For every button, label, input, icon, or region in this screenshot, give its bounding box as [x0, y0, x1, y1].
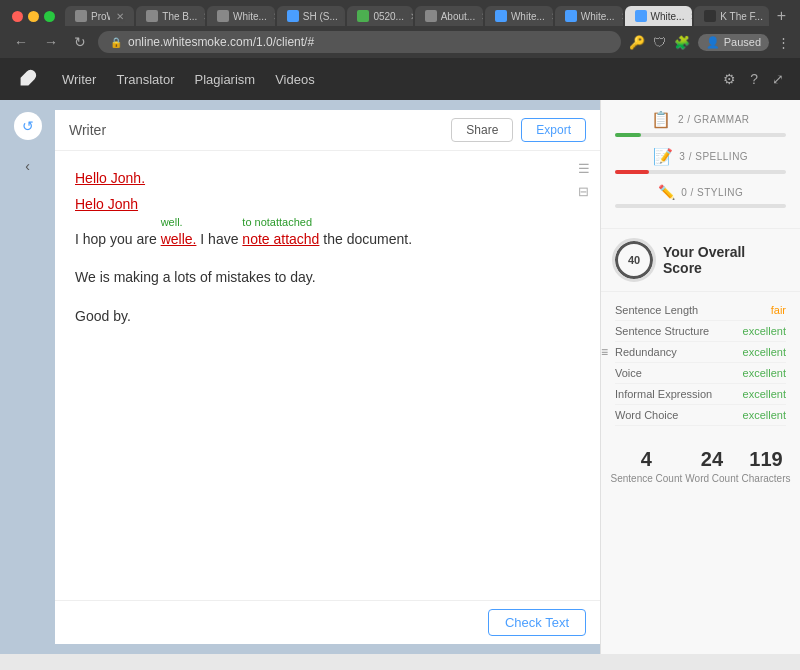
grammar-icon: 📋 — [651, 110, 672, 129]
error-word-hello: Hello Jonh. — [75, 170, 145, 186]
score-circle: 40 — [615, 241, 653, 279]
stat-label-sentences: Sentence Count — [611, 473, 683, 484]
tab-0520[interactable]: 0520... ✕ — [347, 6, 412, 26]
stat-characters: 119 Characters — [742, 448, 791, 484]
spelling-label: 📝 3 / SPELLING — [615, 147, 786, 166]
metric-label-redundancy: Redundancy — [615, 346, 677, 358]
editor-actions: Share Export — [451, 118, 586, 142]
spelling-icon: 📝 — [653, 147, 674, 166]
traffic-lights — [8, 11, 63, 22]
extension-icon[interactable]: 🧩 — [674, 35, 690, 50]
stat-value-words: 24 — [685, 448, 738, 471]
refresh-button[interactable]: ↻ — [70, 32, 90, 52]
browser-chrome: ProWr... ✕ The B... ✕ White... ✕ SH (S..… — [0, 0, 800, 58]
text-line-1: Hello Jonh. — [75, 167, 580, 189]
stat-value-sentences: 4 — [611, 448, 683, 471]
tab-white-active[interactable]: White... ✕ — [625, 6, 693, 26]
nav-plagiarism[interactable]: Plagiarism — [194, 72, 255, 87]
correction-to-not-attached: to notattached — [242, 214, 312, 232]
editor-icon-1[interactable]: ☰ — [578, 161, 590, 176]
styling-label: ✏️ 0 / STYLING — [615, 184, 786, 200]
export-button[interactable]: Export — [521, 118, 586, 142]
minimize-button[interactable] — [28, 11, 39, 22]
text-goodbye: Good by. — [75, 308, 131, 324]
nav-translator[interactable]: Translator — [116, 72, 174, 87]
stat-label-chars: Characters — [742, 473, 791, 484]
editor-body[interactable]: Hello Jonh. Helo Jonh I hop you are well… — [55, 151, 600, 600]
tab-prowr[interactable]: ProWr... ✕ — [65, 6, 134, 26]
tab-about[interactable]: About... ✕ — [415, 6, 483, 26]
redundancy-sidebar-icon[interactable]: ≡ — [601, 345, 608, 359]
shield-icon[interactable]: 🛡 — [653, 35, 666, 50]
correction-well: well. — [161, 214, 183, 232]
expand-icon[interactable]: ⤢ — [772, 71, 784, 87]
paused-button[interactable]: 👤 Paused — [698, 34, 769, 51]
metric-word-choice: Word Choice excellent — [615, 405, 786, 426]
editor-footer: Check Text — [55, 600, 600, 644]
metric-label-voice: Voice — [615, 367, 642, 379]
grammar-label: 📋 2 / GRAMMAR — [615, 110, 786, 129]
new-tab-button[interactable]: + — [771, 7, 792, 25]
address-bar-row: ← → ↻ 🔒 online.whitesmoke.com/1.0/client… — [0, 26, 800, 58]
editor-icon-2[interactable]: ⊟ — [578, 184, 590, 199]
metric-value-informal-expression: excellent — [743, 388, 786, 400]
paused-label: Paused — [724, 36, 761, 48]
header-right: ⚙ ? ⤢ — [723, 71, 784, 87]
error-note-attachd: note attachd — [242, 231, 319, 247]
editor-title: Writer — [69, 122, 106, 138]
help-icon[interactable]: ? — [750, 71, 758, 87]
menu-icon[interactable]: ⋮ — [777, 35, 790, 50]
stats-section: 4 Sentence Count 24 Word Count 119 Chara… — [601, 434, 800, 492]
metric-label-informal-expression: Informal Expression — [615, 388, 712, 400]
grammar-bar-container — [615, 133, 786, 137]
metrics-section: Sentence Length fair Sentence Structure … — [601, 292, 800, 434]
tab-white3[interactable]: White... ✕ — [555, 6, 623, 26]
tab-white2[interactable]: White... ✕ — [485, 6, 553, 26]
metric-value-sentence-structure: excellent — [743, 325, 786, 337]
spelling-score-item: 📝 3 / SPELLING — [615, 147, 786, 174]
stat-word-count: 24 Word Count — [685, 448, 738, 484]
editor-area: Writer Share Export Hello Jonh. Helo Jon… — [55, 110, 600, 644]
nav-writer[interactable]: Writer — [62, 72, 96, 87]
nav-videos[interactable]: Videos — [275, 72, 315, 87]
close-button[interactable] — [12, 11, 23, 22]
stat-value-chars: 119 — [742, 448, 791, 471]
metric-label-sentence-structure: Sentence Structure — [615, 325, 709, 337]
text-line-5: Good by. — [75, 305, 580, 327]
tab-kthef[interactable]: K The F... ✕ — [694, 6, 768, 26]
main-layout: ↺ ‹ Writer Share Export Hello Jonh. Helo… — [0, 100, 800, 654]
metric-sentence-length: Sentence Length fair — [615, 300, 786, 321]
back-button[interactable]: ← — [10, 32, 32, 52]
check-text-button[interactable]: Check Text — [488, 609, 586, 636]
tab-theb[interactable]: The B... ✕ — [136, 6, 205, 26]
tab-bar: ProWr... ✕ The B... ✕ White... ✕ SH (S..… — [0, 0, 800, 26]
metric-redundancy: ≡ Redundancy excellent — [615, 342, 786, 363]
forward-button[interactable]: → — [40, 32, 62, 52]
maximize-button[interactable] — [44, 11, 55, 22]
left-sidebar: ↺ ‹ — [0, 100, 55, 654]
editor-sidebar-icons: ☰ ⊟ — [578, 161, 590, 199]
address-text: online.whitesmoke.com/1.0/client/# — [128, 35, 609, 49]
metric-label-sentence-length: Sentence Length — [615, 304, 698, 316]
overall-score-value: 40 — [628, 254, 640, 266]
tab-white1[interactable]: White... ✕ — [207, 6, 275, 26]
text-ihave: I have — [200, 231, 242, 247]
address-bar[interactable]: 🔒 online.whitesmoke.com/1.0/client/# — [98, 31, 621, 53]
sidebar-refresh-icon[interactable]: ↺ — [14, 112, 42, 140]
metric-value-voice: excellent — [743, 367, 786, 379]
overall-score-label: Your Overall Score — [663, 244, 786, 276]
key-icon[interactable]: 🔑 — [629, 35, 645, 50]
right-panel: 📋 2 / GRAMMAR 📝 3 / SPELLING — [600, 100, 800, 654]
metric-sentence-structure: Sentence Structure excellent — [615, 321, 786, 342]
metric-label-word-choice: Word Choice — [615, 409, 678, 421]
metric-voice: Voice excellent — [615, 363, 786, 384]
settings-icon[interactable]: ⚙ — [723, 71, 736, 87]
metric-value-word-choice: excellent — [743, 409, 786, 421]
share-button[interactable]: Share — [451, 118, 513, 142]
tab-sh[interactable]: SH (S... ✕ — [277, 6, 346, 26]
app-header: Writer Translator Plagiarism Videos ⚙ ? … — [0, 58, 800, 100]
editor-header: Writer Share Export — [55, 110, 600, 151]
metric-value-redundancy: excellent — [743, 346, 786, 358]
error-welle: welle. — [161, 231, 197, 247]
sidebar-nav-left[interactable]: ‹ — [14, 152, 42, 180]
